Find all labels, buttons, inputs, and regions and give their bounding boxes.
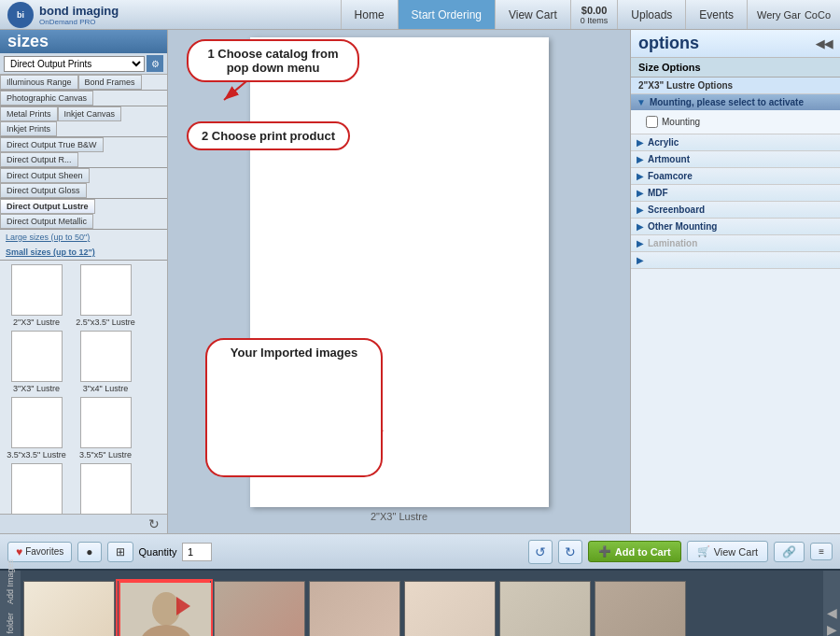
- tab-direct-gloss[interactable]: Direct Output Gloss: [0, 183, 87, 198]
- option-group-acrylic-header[interactable]: ▶ Acrylic: [631, 134, 840, 150]
- main-layout: sizes Direct Output Prints ⚙ Illuminous …: [0, 30, 840, 533]
- tab-direct-r[interactable]: Direct Output R...: [0, 152, 78, 167]
- size-filter-small[interactable]: Small sizes (up to 12"): [0, 245, 101, 260]
- option-group-mounting-header[interactable]: ▼ Mounting, please select to activate: [631, 94, 840, 110]
- strip-image-6[interactable]: _MG_4182.JPG: [498, 581, 592, 636]
- layers-icon: ⊞: [116, 545, 125, 558]
- option-group-mdf-title: MDF: [648, 188, 668, 198]
- strip-image-4[interactable]: _MG_4173.JPG: [308, 581, 401, 636]
- size-item-3x4[interactable]: 3"x4" Lustre: [73, 331, 138, 393]
- chevron-right-icon: ▶: [637, 238, 644, 248]
- size-item-35x35[interactable]: 3.5"x3.5" Lustre: [4, 397, 69, 459]
- options-collapse-icon[interactable]: ◀◀: [816, 37, 833, 50]
- option-group-screenboard-header[interactable]: ▶ Screenboard: [631, 202, 840, 218]
- chevron-right-icon: ▶: [637, 205, 644, 215]
- tab-metal-prints[interactable]: Metal Prints: [0, 106, 58, 121]
- cart-items: 0 Items: [581, 16, 609, 25]
- svg-point-4: [152, 592, 180, 626]
- tab-inkjet-canvas[interactable]: Inkjet Canvas: [58, 106, 122, 121]
- chevron-right-icon: ▶: [637, 137, 644, 148]
- cart-button[interactable]: $0.00 0 Items: [570, 0, 618, 29]
- size-item-2x3[interactable]: 2"X3" Lustre: [4, 264, 69, 327]
- option-group-lamination-header[interactable]: ▶ Lamination: [631, 235, 840, 251]
- option-group-acrylic-title: Acrylic: [648, 137, 679, 148]
- size-item-35x5[interactable]: 3.5"x5" Lustre: [73, 397, 138, 459]
- canvas-size-label: 2"X3" Lustre: [371, 507, 427, 526]
- option-group-other-mounting-title: Other Mounting: [648, 221, 717, 232]
- option-group-extra: ▶: [631, 252, 840, 269]
- catalog-settings-icon[interactable]: ⚙: [147, 55, 163, 72]
- tab-photographic-canvas[interactable]: Photographic Canvas: [0, 91, 93, 106]
- nav-uploads[interactable]: Uploads: [617, 0, 685, 29]
- option-group-other-mounting: ▶ Other Mounting: [631, 219, 840, 235]
- tab-inkjet-prints[interactable]: Inkjet Prints: [0, 121, 57, 136]
- favorites-button[interactable]: ♥ Favorites: [7, 542, 72, 562]
- option-group-mdf: ▶ MDF: [631, 185, 840, 202]
- option-group-artmount: ▶ Artmount: [631, 151, 840, 168]
- strip-image-2[interactable]: _MG_4128.JPG: [118, 581, 211, 636]
- size-thumb: [80, 463, 132, 514]
- tab-bond-frames[interactable]: Bond Frames: [78, 75, 142, 90]
- tab-direct-sheen[interactable]: Direct Output Sheen: [0, 168, 90, 183]
- layers-button[interactable]: ⊞: [107, 542, 133, 562]
- add-images-button[interactable]: Add Images: [6, 559, 15, 604]
- logo-text: bond imaging OnDemand PRO: [39, 4, 119, 26]
- strip-image-7[interactable]: _MG_4193.JPG: [594, 581, 687, 636]
- size-item-25x35[interactable]: 2.5"x3.5" Lustre: [73, 264, 138, 327]
- tab-illuminous-range[interactable]: Illuminous Range: [0, 75, 78, 90]
- redo-button[interactable]: ↻: [558, 540, 582, 564]
- user-name-last: CoCo: [805, 9, 831, 21]
- option-group-artmount-header[interactable]: ▶ Artmount: [631, 151, 840, 167]
- strip-image-3[interactable]: _MG_4142.JPG: [213, 581, 306, 636]
- lab-folder-button[interactable]: To lab folder: [6, 613, 15, 637]
- strip-image-1[interactable]: _MG_4121.JPG: [22, 581, 116, 636]
- strip-thumbnail-1: [23, 581, 115, 636]
- nav-home[interactable]: Home: [341, 0, 398, 29]
- strip-scroll-right[interactable]: ▶: [827, 622, 837, 636]
- size-options-tab[interactable]: Size Options: [631, 58, 840, 78]
- grid-icon: ≡: [819, 546, 824, 557]
- undo-button[interactable]: ↺: [528, 540, 553, 564]
- tab-direct-metallic[interactable]: Direct Output Metallic: [0, 214, 93, 229]
- quantity-input[interactable]: [182, 543, 212, 561]
- link-button[interactable]: 🔗: [774, 542, 805, 562]
- option-group-artmount-title: Artmount: [648, 154, 690, 164]
- canvas-area: 1 Choose catalog from pop down menu 2 Ch…: [168, 30, 630, 533]
- view-cart-label: View Cart: [714, 546, 758, 558]
- mounting-checkbox[interactable]: [646, 116, 658, 128]
- option-group-foamcore-header[interactable]: ▶ Foamcore: [631, 168, 840, 184]
- option-group-mdf-header[interactable]: ▶ MDF: [631, 185, 840, 201]
- size-thumb: [80, 264, 132, 316]
- add-to-cart-button[interactable]: ➕ Add to Cart: [588, 541, 681, 562]
- size-filter-large[interactable]: Large sizes (up to 50"): [0, 230, 95, 245]
- mounting-checkbox-label: Mounting: [662, 117, 700, 127]
- toggle-btn[interactable]: ●: [77, 542, 101, 562]
- refresh-icon[interactable]: ↻: [148, 516, 163, 531]
- option-group-extra-header[interactable]: ▶: [631, 252, 840, 268]
- nav-start-ordering[interactable]: Start Ordering: [398, 0, 495, 29]
- size-thumb: [11, 264, 63, 316]
- tab-row-3: Metal Prints Inkjet Canvas Inkjet Prints: [0, 106, 167, 137]
- size-label-header: 2"X3" Lustre Options: [631, 78, 840, 94]
- image-strip-images: _MG_4121.JPG _MG_4128.JPG _MG_4: [21, 571, 823, 636]
- strip-image-5[interactable]: _MG_4177.JPG: [403, 581, 497, 636]
- nav-events[interactable]: Events: [685, 0, 747, 29]
- size-item-4x4[interactable]: 4"X4" Lustre: [4, 463, 69, 514]
- logo-title: bond imaging: [39, 4, 119, 18]
- grid-button[interactable]: ≡: [810, 543, 833, 560]
- size-label: 3"x4" Lustre: [83, 384, 128, 393]
- tab-direct-bw[interactable]: Direct Output True B&W: [0, 137, 104, 152]
- size-item-3x3[interactable]: 3"X3" Lustre: [4, 331, 69, 393]
- size-label: 3"X3" Lustre: [13, 384, 60, 393]
- size-item-4x5[interactable]: 4"X5" Lustre: [73, 463, 138, 514]
- tab-direct-lustre[interactable]: Direct Output Lustre: [0, 199, 95, 214]
- view-cart-button[interactable]: 🛒 View Cart: [687, 541, 768, 562]
- strip-thumbnail-5: [404, 581, 496, 636]
- catalog-dropdown[interactable]: Direct Output Prints: [4, 56, 145, 72]
- user-name-first: Wery Gar: [757, 9, 801, 21]
- nav-view-cart[interactable]: View Cart: [495, 0, 570, 29]
- size-thumb: [80, 331, 132, 382]
- option-group-other-mounting-header[interactable]: ▶ Other Mounting: [631, 219, 840, 234]
- strip-scroll-left[interactable]: ◀: [827, 605, 837, 620]
- sidebar-title: sizes: [0, 30, 167, 53]
